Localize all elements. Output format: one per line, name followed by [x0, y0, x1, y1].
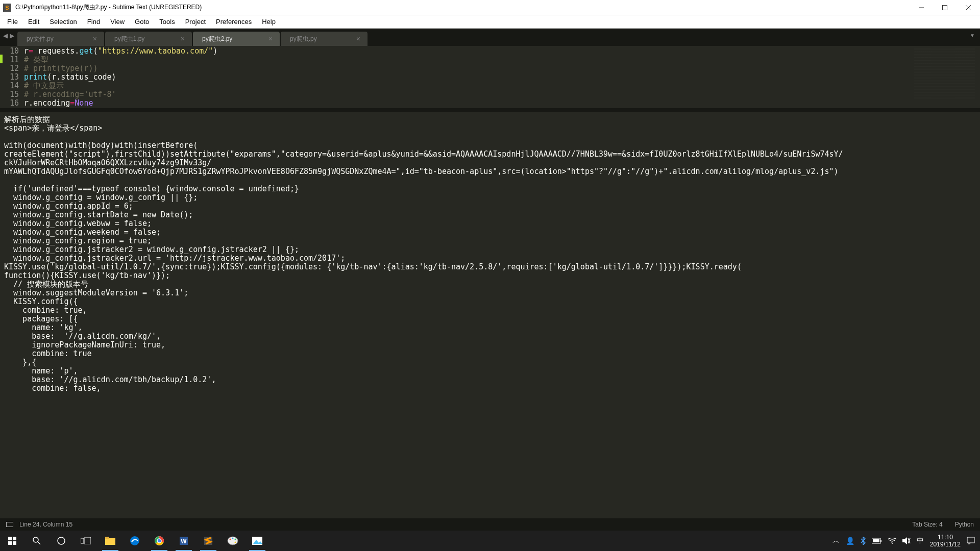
tab-prev-icon[interactable]: ◀ — [3, 32, 8, 39]
code-line: print(r.status_code) — [24, 73, 980, 82]
svg-rect-36 — [967, 537, 974, 543]
line-number-gutter: 10111213141516 — [3, 46, 24, 108]
svg-rect-31 — [873, 539, 879, 542]
code-line: r.encoding=None — [24, 99, 980, 108]
svg-point-23 — [230, 539, 231, 540]
svg-rect-14 — [105, 537, 109, 539]
line-number: 12 — [3, 64, 19, 73]
line-number: 14 — [3, 82, 19, 90]
tab-next-icon[interactable]: ▶ — [10, 32, 14, 39]
line-number: 10 — [3, 47, 19, 56]
tab-bar: ◀ ▶ py文件.py×py爬虫1.py×py爬虫2.py×py爬虫.py× ▼ — [0, 29, 980, 46]
panel-switcher-icon[interactable] — [6, 522, 13, 527]
svg-rect-4 — [8, 537, 12, 540]
window-title: G:\Python\python11-8\py爬虫2.py - Sublime … — [15, 3, 202, 12]
svg-rect-6 — [8, 541, 12, 545]
taskbar-word-icon[interactable]: W — [172, 531, 196, 551]
svg-rect-1 — [943, 5, 947, 10]
tray-bluetooth-icon[interactable] — [861, 537, 866, 545]
svg-point-10 — [58, 537, 65, 544]
tab[interactable]: py文件.py× — [17, 32, 104, 46]
svg-point-8 — [33, 537, 38, 542]
taskbar-chrome-icon[interactable] — [147, 531, 172, 551]
minimap[interactable] — [914, 48, 975, 99]
menu-help[interactable]: Help — [257, 16, 281, 27]
status-tabsize[interactable]: Tab Size: 4 — [912, 521, 942, 528]
start-button[interactable] — [0, 531, 24, 551]
svg-point-26 — [235, 542, 236, 543]
close-button[interactable] — [957, 0, 980, 15]
app-icon: S — [3, 4, 11, 12]
svg-rect-11 — [81, 538, 84, 543]
window-controls — [910, 0, 980, 15]
svg-point-15 — [130, 536, 139, 545]
search-button[interactable] — [24, 531, 49, 551]
tab[interactable]: py爬虫.py× — [281, 32, 368, 46]
taskview-button[interactable] — [74, 531, 98, 551]
minimize-button[interactable] — [910, 0, 933, 15]
tab-label: py爬虫.py — [290, 35, 317, 43]
svg-text:W: W — [181, 538, 187, 545]
tray-wifi-icon[interactable] — [888, 538, 896, 544]
menu-view[interactable]: View — [105, 16, 130, 27]
tray-date: 2019/11/12 — [930, 541, 961, 548]
tab[interactable]: py爬虫2.py× — [193, 32, 280, 46]
line-number: 13 — [3, 73, 19, 82]
svg-rect-7 — [13, 541, 16, 545]
tray-time: 11:10 — [930, 534, 961, 541]
cortana-button[interactable] — [49, 531, 74, 551]
tray-people-icon[interactable]: 👤 — [846, 537, 854, 545]
tab[interactable]: py爬虫1.py× — [105, 32, 192, 46]
tab-close-icon[interactable]: × — [181, 35, 185, 43]
menu-file[interactable]: File — [2, 16, 23, 27]
code-editor: 10111213141516 r= requests.get("https://… — [0, 46, 980, 108]
tab-close-icon[interactable]: × — [356, 35, 360, 43]
menu-edit[interactable]: Edit — [23, 16, 44, 27]
tray-notifications-icon[interactable] — [967, 537, 975, 545]
code-line: # 中文显示 — [24, 82, 980, 90]
tray-battery-icon[interactable] — [872, 538, 882, 544]
code-line: # 类型 — [24, 56, 980, 64]
code-line: r= requests.get("https://www.taobao.com/… — [24, 47, 980, 56]
tab-close-icon[interactable]: × — [93, 35, 97, 43]
tab-dropdown-icon[interactable]: ▼ — [970, 33, 975, 38]
svg-rect-12 — [85, 537, 91, 544]
status-syntax[interactable]: Python — [955, 521, 974, 528]
code-area[interactable]: r= requests.get("https://www.taobao.com/… — [24, 46, 980, 108]
taskbar-edge-icon[interactable] — [122, 531, 147, 551]
taskbar-explorer-icon[interactable] — [98, 531, 122, 551]
menu-find[interactable]: Find — [82, 16, 105, 27]
panel-separator[interactable] — [0, 108, 980, 112]
tray-volume-icon[interactable] — [902, 537, 911, 544]
menu-tools[interactable]: Tools — [154, 16, 180, 27]
system-tray: ︿ 👤 中 11:10 2019/11/12 — [832, 534, 980, 548]
svg-rect-5 — [13, 537, 16, 540]
tab-label: py文件.py — [27, 35, 54, 43]
tab-label: py爬虫2.py — [202, 35, 232, 43]
taskbar-paint-icon[interactable] — [220, 531, 245, 551]
maximize-button[interactable] — [933, 0, 957, 15]
tray-ime-indicator[interactable]: 中 — [917, 536, 924, 545]
menu-selection[interactable]: Selection — [44, 16, 82, 27]
windows-taskbar: W ︿ 👤 中 11:10 2019/11/12 — [0, 531, 980, 551]
menu-preferences[interactable]: Preferences — [211, 16, 257, 27]
tray-clock[interactable]: 11:10 2019/11/12 — [930, 534, 961, 548]
tray-chevron-icon[interactable]: ︿ — [832, 536, 840, 545]
svg-rect-30 — [880, 540, 881, 542]
tab-nav-arrows: ◀ ▶ — [3, 29, 17, 46]
taskbar-photos-icon[interactable] — [245, 531, 270, 551]
taskbar-sublime-icon[interactable] — [196, 531, 220, 551]
tab-label: py爬虫1.py — [114, 35, 144, 43]
menu-project[interactable]: Project — [180, 16, 211, 27]
code-line: # print(type(r)) — [24, 64, 980, 73]
status-cursor: Line 24, Column 15 — [19, 521, 72, 528]
svg-point-25 — [235, 539, 236, 540]
line-number: 11 — [3, 56, 19, 64]
svg-line-9 — [38, 542, 40, 544]
window-titlebar: S G:\Python\python11-8\py爬虫2.py - Sublim… — [0, 0, 980, 15]
code-line: # r.encoding='utf-8' — [24, 90, 980, 99]
svg-marker-33 — [902, 537, 907, 544]
tab-close-icon[interactable]: × — [268, 35, 273, 43]
menu-goto[interactable]: Goto — [130, 16, 154, 27]
output-panel[interactable]: 解析后的数据 <span>亲，请登录</span> with(document)… — [0, 112, 980, 518]
